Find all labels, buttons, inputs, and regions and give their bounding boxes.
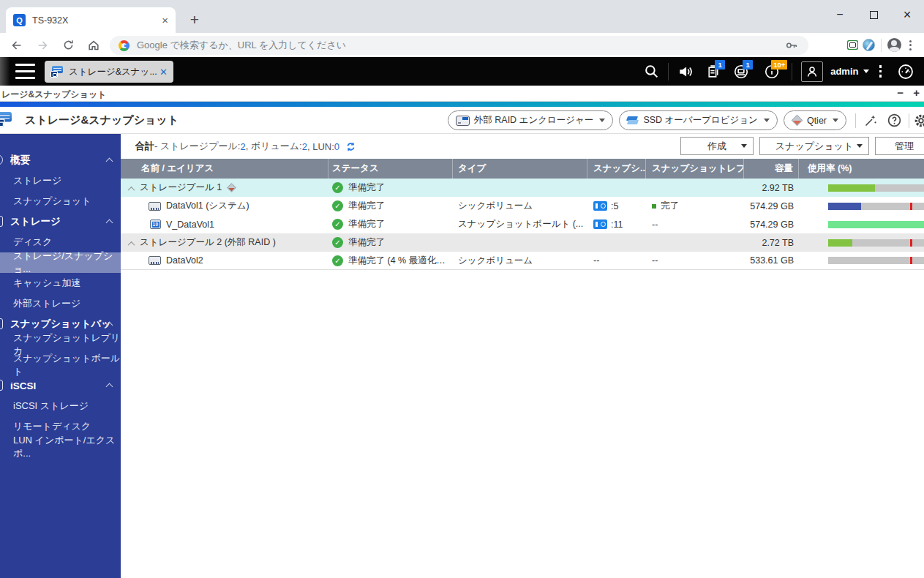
capacity-value: 574.29 GB [750,219,794,230]
tasks-badge: 1 [715,60,725,70]
reload-icon[interactable] [59,37,77,54]
main-menu-icon[interactable] [15,64,35,79]
collapse-icon[interactable] [106,158,113,165]
collapse-icon[interactable] [106,383,113,391]
help-icon[interactable] [882,113,906,128]
key-icon[interactable] [784,37,800,53]
threshold-tick [910,257,912,264]
status-ok-icon: ✓ [332,200,343,211]
browser-address-bar: Google で検索するか、URL を入力してください [0,33,924,57]
table-row-datavol2[interactable]: DataVol2 ✓準備完了 (4 % 最適化してい... シックボリューム -… [121,252,924,270]
raid-enclosure-icon [456,116,470,126]
window-minimize-button[interactable]: − [823,0,857,29]
sidebar-item-cache-acceleration[interactable]: キャッシュ加速 [0,273,121,293]
screenshot-extension-icon[interactable] [844,37,860,53]
new-tab-button[interactable]: + [184,10,205,30]
browser-profile-avatar[interactable] [886,37,902,53]
threshold-tick [910,203,912,210]
main-content: 合計 - ストレージプール: 2, ボリューム: 2, LUN: 0 作成 スナ… [121,134,924,578]
window-strip-minimize-icon[interactable]: − [897,86,904,99]
sidebar-item-external-storage[interactable]: 外部ストレージ [0,293,121,314]
sidebar-section-overview[interactable]: 概要 [0,150,121,170]
back-icon[interactable] [8,37,26,54]
column-name[interactable]: 名前 / エイリアス [121,159,328,179]
manage-button[interactable]: 管理 [875,137,924,155]
collapse-icon[interactable] [106,219,113,227]
qts-app-tab[interactable]: ストレージ&スナッ... ✕ [45,61,173,83]
qts-window-title: レージ&スナップショット [1,89,106,101]
column-type[interactable]: タイプ [453,159,587,179]
browser-tab-title: TS-932X [32,15,162,26]
qtier-icon [792,115,803,127]
sidebar: 概要 ストレージ スナップショット ストレージ ディスク ストレージ/スナップシ… [0,134,121,578]
user-avatar[interactable] [801,61,823,82]
background-tasks-icon[interactable]: 1 [699,57,727,86]
capacity-value: 2.72 TB [762,238,794,248]
status-ok-icon: ✓ [332,237,343,248]
options-icon[interactable] [879,65,882,78]
notifications-badge: 10+ [771,60,787,70]
sidebar-section-storage[interactable]: ストレージ [0,211,121,232]
sidebar-item-iscsi-storage[interactable]: iSCSI ストレージ [0,396,121,416]
screen: Q TS-932X × + − × Google で検索するか、URL を入力し… [0,0,924,578]
notifications-icon[interactable]: 10+ [755,57,789,86]
volume-icon[interactable] [672,57,699,86]
app-header: ストレージ&スナップショット 外部 RAID エンクロージャー SSD オーバー… [0,107,924,134]
wizard-icon[interactable] [859,113,882,128]
forward-icon[interactable] [34,37,51,54]
qnap-favicon-icon: Q [13,14,26,26]
table-row-pool2[interactable]: ストレージプール 2 (外部 RAID ) ✓準備完了 2.72 TB [121,233,924,252]
content-toolbar: 合計 - ストレージプール: 2, ボリューム: 2, LUN: 0 作成 スナ… [121,134,924,159]
column-status[interactable]: ステータス [328,159,453,179]
column-usage[interactable]: 使用率 (%) [799,159,924,179]
usage-bar [828,184,924,192]
table-row-vdatavol1[interactable]: 10 V_DataVol1 ✓準備完了 スナップショットボールト (... :1… [121,215,924,233]
usage-bar [828,203,924,210]
collapse-icon[interactable] [128,241,135,248]
ssd-overprovisioning-button[interactable]: SSD オーバープロビジョン [619,110,778,130]
external-device-icon[interactable]: 1 [727,57,755,86]
column-snapshot-replica[interactable]: スナップショットレプリカ [646,159,744,179]
settings-gear-icon[interactable] [912,113,924,129]
create-button[interactable]: 作成 [680,137,754,155]
app-icon [0,112,12,128]
window-strip-add-icon[interactable]: + [913,86,920,99]
snapshot-button[interactable]: スナップショット [759,137,869,155]
sidebar-item-storage-snapshots[interactable]: ストレージ/スナップショ... [0,252,121,273]
capacity-value: 574.29 GB [750,201,794,211]
browser-menu-icon[interactable] [902,37,918,53]
sidebar-item-snapshot-vault[interactable]: スナップショットボールト [0,355,121,375]
accent-gradient-bar [0,102,924,107]
sidebar-item-storage-overview[interactable]: ストレージ [0,170,121,191]
lightshot-extension-icon[interactable] [860,37,876,53]
address-input[interactable]: Google で検索するか、URL を入力してください [110,36,808,55]
table-header: 名前 / エイリアス ステータス タイプ スナップシ... スナップショットレプ… [121,159,924,179]
home-icon[interactable] [85,37,102,54]
username-label[interactable]: admin [830,66,858,77]
tab-close-icon[interactable]: × [162,15,168,26]
dashboard-gauge-icon[interactable] [892,57,920,86]
usage-bar [828,221,924,228]
external-raid-enclosure-button[interactable]: 外部 RAID エンクロージャー [448,110,614,130]
sidebar-item-snapshot-overview[interactable]: スナップショット [0,191,121,211]
qtier-button[interactable]: Qtier [784,110,846,130]
snapshot-backup-section-icon [0,318,3,329]
table-row-datavol1[interactable]: DataVol1 (システム) ✓準備完了 シックボリューム :5 完了 574… [121,197,924,215]
qts-window-strip: レージ&スナップショット − + [0,86,924,102]
sidebar-section-iscsi[interactable]: iSCSI [0,375,121,396]
qts-app-tab-close-icon[interactable]: ✕ [159,67,168,78]
usage-bar [828,239,924,247]
column-capacity[interactable]: 容量 [744,159,799,179]
window-close-button[interactable]: × [890,0,924,29]
ssd-icon [627,116,639,125]
column-snapshots[interactable]: スナップシ... [587,159,646,179]
sidebar-item-lun-import-export[interactable]: LUN インポート/エクスポ... [0,437,121,457]
search-icon[interactable] [637,57,665,86]
window-maximize-button[interactable] [857,0,890,29]
collapse-icon[interactable] [128,186,135,193]
table-row-pool1[interactable]: ストレージプール 1 ✓準備完了 2.92 TB [121,179,924,197]
user-menu-caret-icon[interactable] [863,70,869,76]
refresh-icon[interactable] [345,141,356,152]
browser-tab[interactable]: Q TS-932X × [6,7,176,33]
window-controls: − × [823,0,924,29]
